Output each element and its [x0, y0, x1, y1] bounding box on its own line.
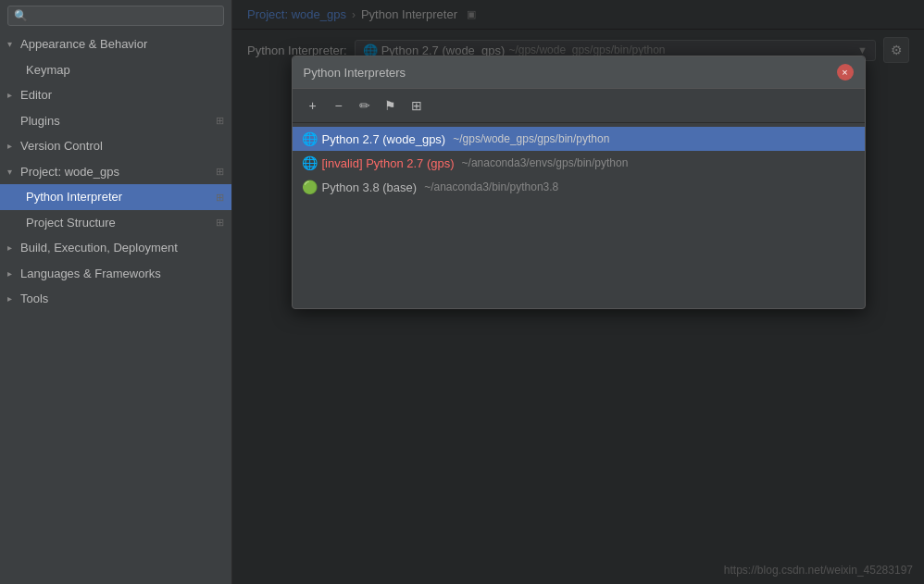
sidebar-item-label: Version Control: [20, 137, 103, 155]
close-icon: ×: [842, 67, 847, 78]
modal-title: Python Interpreters: [304, 66, 406, 80]
sidebar-item-python-interpreter[interactable]: Python Interpreter ⊞: [0, 184, 231, 210]
add-interpreter-button[interactable]: +: [302, 94, 324, 117]
sidebar-item-label: Project: wode_gps: [20, 163, 119, 181]
filter-interpreter-button[interactable]: ⚑: [380, 94, 402, 117]
interpreter-item-path: ~/anaconda3/bin/python3.8: [424, 180, 558, 193]
interpreter-item-icon: 🌐: [302, 155, 317, 170]
sidebar: Appearance & Behavior Keymap Editor Plug…: [0, 0, 232, 584]
list-item[interactable]: 🟢 Python 3.8 (base) ~/anaconda3/bin/pyth…: [293, 175, 865, 199]
sidebar-item-project[interactable]: Project: wode_gps ⊞: [0, 159, 231, 185]
sidebar-item-label: Plugins: [20, 112, 60, 130]
plugins-shortcut: ⊞: [216, 113, 224, 129]
interpreter-item-name: Python 3.8 (base): [322, 180, 418, 194]
add-icon: +: [308, 98, 316, 113]
interpreter-item-name: Python 2.7 (wode_gps): [322, 132, 446, 146]
modal-close-button[interactable]: ×: [837, 64, 854, 81]
arrow-icon: [7, 139, 19, 153]
sidebar-item-languages[interactable]: Languages & Frameworks: [0, 261, 231, 287]
interpreter-item-icon: 🟢: [302, 180, 317, 194]
arrow-icon: [7, 165, 19, 179]
edit-interpreter-button[interactable]: ✏: [354, 94, 376, 117]
remove-icon: −: [334, 98, 342, 113]
sidebar-item-appearance[interactable]: Appearance & Behavior: [0, 31, 231, 57]
sidebar-item-tools[interactable]: Tools: [0, 286, 231, 312]
arrow-icon: [7, 37, 19, 51]
content-area: Project: wode_gps › Python Interpreter ▣…: [232, 0, 924, 584]
python-interpreters-dialog: Python Interpreters × + − ✏: [292, 56, 866, 309]
copy-interpreter-button[interactable]: ⊞: [406, 94, 428, 117]
modal-header: Python Interpreters ×: [293, 56, 865, 89]
sidebar-item-plugins[interactable]: Plugins ⊞: [0, 108, 231, 134]
interpreter-item-path: ~/anaconda3/envs/gps/bin/python: [462, 156, 629, 169]
interpreter-item-name: [invalid] Python 2.7 (gps): [322, 156, 455, 170]
modal-overlay: Python Interpreters × + − ✏: [232, 0, 924, 584]
sidebar-item-build[interactable]: Build, Execution, Deployment: [0, 235, 231, 261]
list-item[interactable]: 🌐 Python 2.7 (wode_gps) ~/gps/wode_gps/g…: [293, 127, 865, 151]
sidebar-item-editor[interactable]: Editor: [0, 82, 231, 108]
list-item[interactable]: 🌐 [invalid] Python 2.7 (gps) ~/anaconda3…: [293, 151, 865, 175]
sidebar-item-label: Project Structure: [26, 214, 116, 232]
sidebar-item-label: Tools: [20, 290, 48, 308]
sidebar-item-label: Appearance & Behavior: [20, 35, 147, 54]
sidebar-item-project-structure[interactable]: Project Structure ⊞: [0, 210, 231, 236]
copy-icon: ⊞: [411, 98, 422, 113]
edit-icon: ✏: [359, 98, 370, 113]
search-box: [0, 0, 231, 31]
filter-icon: ⚑: [384, 98, 396, 113]
project-shortcut: ⊞: [216, 164, 224, 180]
sidebar-item-version-control[interactable]: Version Control: [0, 133, 231, 159]
sidebar-item-label: Languages & Frameworks: [20, 265, 161, 283]
python-shortcut: ⊞: [216, 190, 224, 205]
interpreters-list: 🌐 Python 2.7 (wode_gps) ~/gps/wode_gps/g…: [293, 123, 865, 308]
sidebar-item-label: Keymap: [26, 61, 70, 80]
interpreter-item-icon: 🌐: [302, 131, 317, 146]
arrow-icon: [7, 292, 19, 305]
modal-toolbar: + − ✏ ⚑ ⊞: [293, 89, 865, 123]
sidebar-item-keymap[interactable]: Keymap: [0, 57, 231, 83]
remove-interpreter-button[interactable]: −: [328, 94, 350, 117]
arrow-icon: [7, 267, 19, 280]
structure-shortcut: ⊞: [216, 215, 224, 230]
sidebar-item-label: Build, Execution, Deployment: [20, 239, 178, 257]
search-input[interactable]: [7, 6, 224, 26]
arrow-icon: [7, 241, 19, 255]
arrow-icon: [7, 88, 19, 102]
sidebar-item-label: Python Interpreter: [26, 188, 122, 206]
interpreter-item-path: ~/gps/wode_gps/gps/bin/python: [453, 132, 609, 145]
sidebar-item-label: Editor: [20, 86, 52, 105]
